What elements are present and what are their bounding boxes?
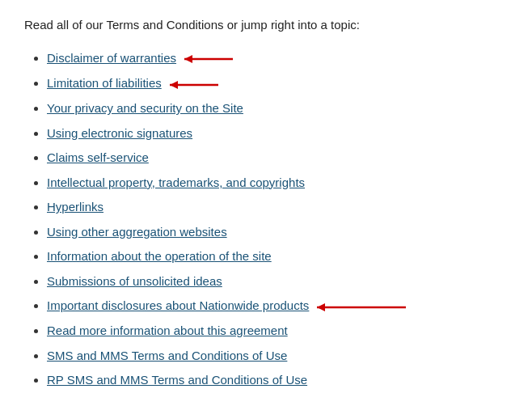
list-item: Read more information about this agreeme…: [47, 322, 508, 340]
svg-marker-1: [184, 55, 192, 63]
svg-marker-3: [170, 81, 178, 89]
list-item: Claims self-service: [47, 149, 508, 167]
topic-link-13[interactable]: RP SMS and MMS Terms and Conditions of U…: [47, 373, 307, 387]
list-item: Disclaimer of warranties: [47, 49, 508, 68]
list-item: RP SMS and MMS Terms and Conditions of U…: [47, 371, 508, 390]
list-item: SMS and MMS Terms and Conditions of Use: [47, 347, 508, 366]
arrow-annotation: [170, 75, 234, 94]
arrow-annotation: [317, 298, 422, 316]
topic-link-8[interactable]: Information about the operation of the s…: [47, 249, 272, 263]
topic-link-11[interactable]: Read more information about this agreeme…: [47, 324, 288, 337]
topic-link-9[interactable]: Submissions of unsolicited ideas: [47, 274, 222, 288]
topic-link-6[interactable]: Hyperlinks: [47, 200, 103, 214]
list-item: Your privacy and security on the Site: [47, 99, 508, 118]
list-item: Important disclosures about Nationwide p…: [47, 297, 508, 315]
list-item: Using electronic signatures: [47, 125, 508, 143]
arrow-annotation: [184, 49, 249, 68]
list-item: Intellectual property, trademarks, and c…: [47, 174, 508, 192]
topic-link-12[interactable]: SMS and MMS Terms and Conditions of Use: [47, 349, 287, 362]
topic-link-1[interactable]: Limitation of liabilities: [47, 76, 162, 90]
intro-paragraph: Read all of our Terms and Conditions or …: [24, 16, 508, 35]
list-item: Limitation of liabilities: [47, 74, 508, 93]
list-item: Using other aggregation websites: [47, 223, 508, 242]
topic-link-10[interactable]: Important disclosures about Nationwide p…: [47, 298, 309, 312]
topics-list: Disclaimer of warrantiesLimitation of li…: [24, 49, 508, 390]
topic-link-4[interactable]: Claims self-service: [47, 150, 149, 164]
topic-link-0[interactable]: Disclaimer of warranties: [47, 51, 176, 65]
svg-marker-5: [317, 303, 325, 311]
topic-link-2[interactable]: Your privacy and security on the Site: [47, 101, 243, 115]
list-item: Hyperlinks: [47, 198, 508, 217]
topic-link-5[interactable]: Intellectual property, trademarks, and c…: [47, 176, 305, 189]
topic-link-7[interactable]: Using other aggregation websites: [47, 225, 227, 239]
topic-link-3[interactable]: Using electronic signatures: [47, 126, 192, 140]
list-item: Information about the operation of the s…: [47, 247, 508, 266]
list-item: Submissions of unsolicited ideas: [47, 273, 508, 291]
